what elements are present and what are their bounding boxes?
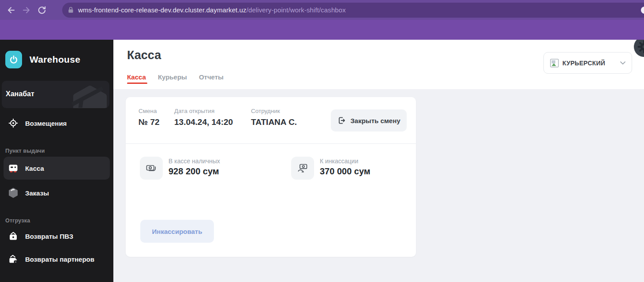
sidebar-item-cashbox[interactable]: Касса xyxy=(4,157,110,180)
gear-icon xyxy=(637,40,644,54)
page-title: Касса xyxy=(127,49,161,62)
forward-icon[interactable] xyxy=(22,5,31,15)
collect-button[interactable]: Инкассировать xyxy=(140,220,214,243)
brand-name: Warehouse xyxy=(30,54,80,65)
location-name: Ханабат xyxy=(6,90,34,98)
box-silhouette-icon xyxy=(70,85,109,108)
url-text: wms-frontend-core-release-dev.dev.cluste… xyxy=(78,6,346,14)
package-icon xyxy=(8,188,19,198)
sidebar-item-returns-partners[interactable]: Возвраты партнеров xyxy=(4,249,110,269)
tab-reports[interactable]: Отчеты xyxy=(199,73,224,81)
sidebar-section-pickup-point: Пункт выдачи xyxy=(0,148,113,154)
image-placeholder-icon xyxy=(550,59,559,68)
delivery-type-value: КУРЬЕРСКИЙ xyxy=(562,60,605,67)
sidebar-item-reimbursements[interactable]: Возмещения xyxy=(4,113,110,133)
employee-field: Сотрудник TATIANA C. xyxy=(251,108,297,127)
tab-bar: Касса Курьеры Отчеты xyxy=(127,73,224,81)
sidebar-section-shipping: Отгрузка xyxy=(0,218,113,224)
brand-logo[interactable]: Warehouse xyxy=(5,51,113,68)
sidebar-item-label: Заказы xyxy=(25,189,49,197)
address-bar-action-icon[interactable] xyxy=(641,7,644,14)
sidebar-item-label: Возвраты ПВЗ xyxy=(25,233,73,240)
target-icon xyxy=(8,118,19,128)
lock-icon xyxy=(68,7,74,13)
bookmarks-strip xyxy=(0,20,644,40)
cash-collect-icon xyxy=(291,157,314,180)
wallet-icon xyxy=(8,254,19,264)
shift-card: Смена № 72 Дата открытия 13.04.24, 14:20… xyxy=(126,97,416,257)
bag-icon xyxy=(8,231,19,241)
card-divider xyxy=(126,143,416,144)
field-value: 13.04.24, 14:20 xyxy=(174,117,233,127)
sidebar-item-label: Возмещения xyxy=(25,120,67,127)
chevron-down-icon xyxy=(620,61,625,65)
shift-number-field: Смена № 72 xyxy=(139,108,160,127)
close-shift-button[interactable]: Закрыть смену xyxy=(331,109,407,132)
content-area: Смена № 72 Дата открытия 13.04.24, 14:20… xyxy=(113,89,644,282)
page-header: Касса Касса Курьеры Отчеты КУРЬЕРСКИЙ xyxy=(113,40,644,89)
sidebar-item-orders[interactable]: Заказы xyxy=(4,183,110,203)
sidebar-item-label: Касса xyxy=(25,165,44,172)
cash-register-icon xyxy=(8,163,19,173)
stat-label: В кассе наличных xyxy=(168,158,220,165)
browser-address-bar[interactable]: wms-frontend-core-release-dev.dev.cluste… xyxy=(62,3,644,18)
banknotes-icon xyxy=(140,157,163,180)
stat-value: 370 000 сум xyxy=(320,166,371,177)
logout-icon xyxy=(337,116,346,125)
sidebar-item-returns-pvz[interactable]: Возвраты ПВЗ xyxy=(4,226,110,246)
field-value: TATIANA C. xyxy=(251,117,297,127)
field-value: № 72 xyxy=(139,117,160,127)
field-label: Дата открытия xyxy=(174,108,233,114)
tab-cashbox[interactable]: Касса xyxy=(127,73,146,81)
reload-icon[interactable] xyxy=(37,5,47,15)
stat-value: 928 200 сум xyxy=(168,166,219,177)
back-icon[interactable] xyxy=(6,5,16,15)
browser-toolbar: wms-frontend-core-release-dev.dev.cluste… xyxy=(0,0,644,20)
url-path: /delivery-point/work-shift/cashbox xyxy=(247,6,346,14)
sidebar-item-label: Возвраты партнеров xyxy=(25,256,94,263)
main-area: Касса Касса Курьеры Отчеты КУРЬЕРСКИЙ См… xyxy=(113,40,644,282)
location-card[interactable]: Ханабат xyxy=(2,81,109,108)
stat-label: К инкассации xyxy=(320,158,358,165)
url-host: wms-frontend-core-release-dev.dev.cluste… xyxy=(78,6,247,14)
open-date-field: Дата открытия 13.04.24, 14:20 xyxy=(174,108,233,127)
sidebar: Warehouse Ханабат Возмещения Пункт выдач… xyxy=(0,40,113,282)
close-shift-label: Закрыть смену xyxy=(350,117,400,124)
sidebar-nav: Возмещения Пункт выдачи Касса Заказы Отг… xyxy=(0,113,113,269)
app-window: Warehouse Ханабат Возмещения Пункт выдач… xyxy=(0,40,644,282)
delivery-type-select[interactable]: КУРЬЕРСКИЙ xyxy=(543,52,632,74)
field-label: Смена xyxy=(139,108,160,114)
tab-couriers[interactable]: Курьеры xyxy=(158,73,187,81)
field-label: Сотрудник xyxy=(251,108,297,114)
power-icon xyxy=(5,51,22,68)
